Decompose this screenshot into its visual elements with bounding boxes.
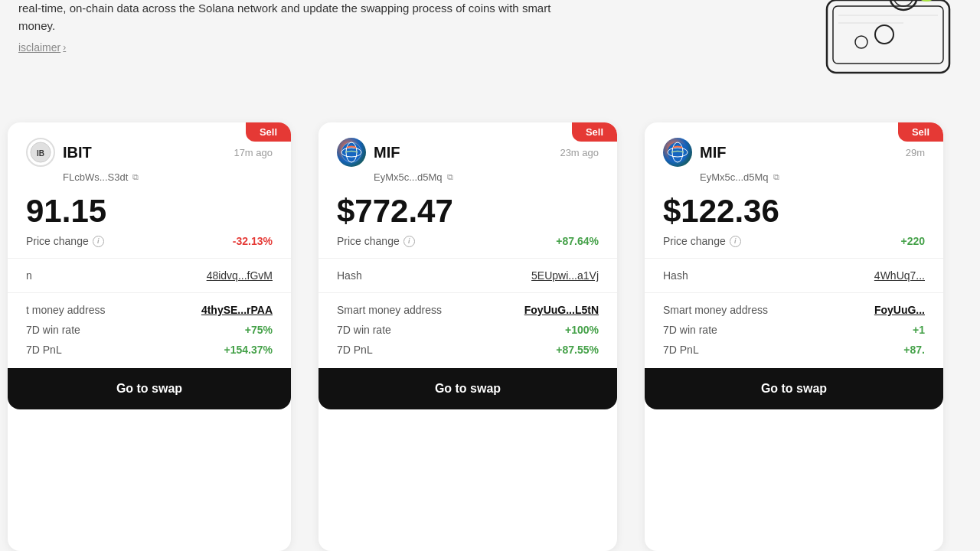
card-identity-mif2: MIF — [663, 138, 726, 167]
price-change-value-mif2: +220 — [900, 235, 925, 247]
disclaimer-link[interactable]: isclaimer › — [18, 41, 66, 54]
win-rate-row-ibit: 7D win rate +75% — [26, 324, 273, 336]
pnl-row-mif1: 7D PnL +87.55% — [337, 344, 599, 356]
token-name-mif2: MIF — [700, 144, 726, 161]
time-ago-mif1: 23m ago — [560, 147, 599, 158]
smart-money-label-mif2: Smart money address — [663, 304, 768, 316]
sell-badge-mif2: Sell — [898, 122, 943, 142]
price-change-label-ibit: Price change i — [26, 235, 104, 247]
svg-point-2 — [890, 0, 917, 10]
pnl-value-ibit: +154.37% — [224, 344, 273, 356]
svg-point-17 — [672, 142, 683, 162]
svg-rect-1 — [833, 6, 943, 64]
hash-value-mif2[interactable]: 4WhUq7... — [874, 269, 925, 282]
time-ago-mif2: 29m — [906, 147, 925, 158]
go-to-swap-button-mif1[interactable]: Go to swap — [318, 368, 617, 409]
smart-money-value-ibit[interactable]: 4thySE...rPAA — [201, 304, 273, 316]
illustration — [750, 0, 980, 84]
price-change-label-mif1: Price change i — [337, 235, 415, 247]
win-rate-row-mif2: 7D win rate +1 — [663, 324, 925, 336]
address-row-mif1: EyMx5c...d5Mq ⧉ — [374, 171, 599, 183]
pnl-label-ibit: 7D PnL — [26, 344, 62, 356]
smart-money-row-mif1: Smart money address FoyUuG...L5tN — [337, 304, 599, 316]
win-rate-value-mif1: +100% — [565, 324, 599, 336]
hash-label-mif2: Hash — [663, 269, 688, 282]
divider-1-mif1 — [318, 258, 617, 259]
card-mif-1: Sell MIF 23m ago — [318, 122, 617, 551]
pnl-row-mif2: 7D PnL +87. — [663, 344, 925, 356]
card-ibit: Sell IB IBIT 17m ago FLcbWs...S3dt ⧉ — [8, 122, 291, 551]
address-text-mif2: EyMx5c...d5Mq — [700, 171, 769, 183]
smart-money-label-ibit: t money address — [26, 304, 106, 316]
win-rate-value-mif2: +1 — [913, 324, 925, 336]
token-icon-ibit: IB — [26, 138, 55, 167]
hash-label-ibit: n — [26, 269, 32, 282]
card-header-ibit: IB IBIT 17m ago — [26, 138, 273, 167]
address-text-ibit: FLcbWs...S3dt — [63, 171, 128, 183]
hash-value-mif1[interactable]: 5EUpwi...a1Vj — [531, 269, 599, 282]
svg-rect-0 — [827, 0, 949, 73]
pnl-label-mif1: 7D PnL — [337, 344, 373, 356]
hash-value-ibit[interactable]: 48idvq...fGvM — [207, 269, 273, 282]
card-mif-2: Sell MIF 29m — [645, 122, 943, 551]
win-rate-row-mif1: 7D win rate +100% — [337, 324, 599, 336]
copy-icon-mif2[interactable]: ⧉ — [773, 172, 779, 182]
smart-money-value-mif1[interactable]: FoyUuG...L5tN — [524, 304, 599, 316]
card-identity-mif1: MIF — [337, 138, 400, 167]
win-rate-label-mif1: 7D win rate — [337, 324, 391, 336]
svg-point-15 — [341, 142, 361, 162]
copy-icon-ibit[interactable]: ⧉ — [132, 172, 139, 182]
price-change-row-mif1: Price change i +87.64% — [337, 235, 599, 247]
pnl-label-mif2: 7D PnL — [663, 344, 699, 356]
cards-row: Sell IB IBIT 17m ago FLcbWs...S3dt ⧉ — [0, 122, 980, 551]
smart-money-row-ibit: t money address 4thySE...rPAA — [26, 304, 273, 316]
info-icon-mif1[interactable]: i — [403, 236, 415, 247]
chevron-right-icon: › — [63, 42, 66, 53]
svg-point-16 — [668, 142, 688, 162]
hash-row-ibit: n 48idvq...fGvM — [26, 269, 273, 282]
svg-point-7 — [855, 36, 867, 48]
win-rate-label-mif2: 7D win rate — [663, 324, 717, 336]
info-icon-ibit[interactable]: i — [93, 236, 104, 247]
hash-row-mif1: Hash 5EUpwi...a1Vj — [337, 269, 599, 282]
pnl-row-ibit: 7D PnL +154.37% — [26, 344, 273, 356]
win-rate-label-ibit: 7D win rate — [26, 324, 80, 336]
card-identity-ibit: IB IBIT — [26, 138, 92, 167]
card-header-mif2: MIF 29m — [663, 138, 925, 167]
price-change-label-mif2: Price change i — [663, 235, 741, 247]
price-ibit: 91.15 — [26, 195, 273, 227]
sell-badge-mif1: Sell — [572, 122, 617, 142]
price-change-value-ibit: -32.13% — [233, 235, 273, 247]
svg-point-13 — [346, 142, 357, 162]
divider-1-ibit — [8, 258, 291, 259]
win-rate-value-ibit: +75% — [245, 324, 273, 336]
svg-point-14 — [341, 148, 361, 157]
page-container: real-time, on-chain data across the Sola… — [0, 0, 980, 551]
svg-point-18 — [668, 148, 688, 157]
smart-money-label-mif1: Smart money address — [337, 304, 442, 316]
token-name-ibit: IBIT — [63, 144, 92, 161]
smart-money-value-mif2[interactable]: FoyUuG... — [874, 304, 925, 316]
address-row-mif2: EyMx5c...d5Mq ⧉ — [700, 171, 925, 183]
go-to-swap-button-ibit[interactable]: Go to swap — [8, 368, 291, 409]
price-change-row-ibit: Price change i -32.13% — [26, 235, 273, 247]
price-change-row-mif2: Price change i +220 — [663, 235, 925, 247]
svg-text:IB: IB — [37, 149, 44, 158]
divider-2-mif1 — [318, 292, 617, 293]
info-icon-mif2[interactable]: i — [730, 236, 741, 247]
description-text: real-time, on-chain data across the Sola… — [18, 0, 570, 41]
smart-money-row-mif2: Smart money address FoyUuG... — [663, 304, 925, 316]
copy-icon-mif1[interactable]: ⧉ — [447, 172, 453, 182]
price-mif2: $122.36 — [663, 195, 925, 227]
divider-2-ibit — [8, 292, 291, 293]
address-text-mif1: EyMx5c...d5Mq — [374, 171, 443, 183]
address-row-ibit: FLcbWs...S3dt ⧉ — [63, 171, 273, 183]
token-name-mif1: MIF — [374, 144, 400, 161]
go-to-swap-button-mif2[interactable]: Go to swap — [645, 368, 943, 409]
token-icon-mif1 — [337, 138, 366, 167]
hash-row-mif2: Hash 4WhUq7... — [663, 269, 925, 282]
token-icon-mif2 — [663, 138, 692, 167]
svg-point-6 — [875, 25, 893, 44]
sell-badge-ibit: Sell — [246, 122, 291, 142]
price-change-value-mif1: +87.64% — [556, 235, 599, 247]
